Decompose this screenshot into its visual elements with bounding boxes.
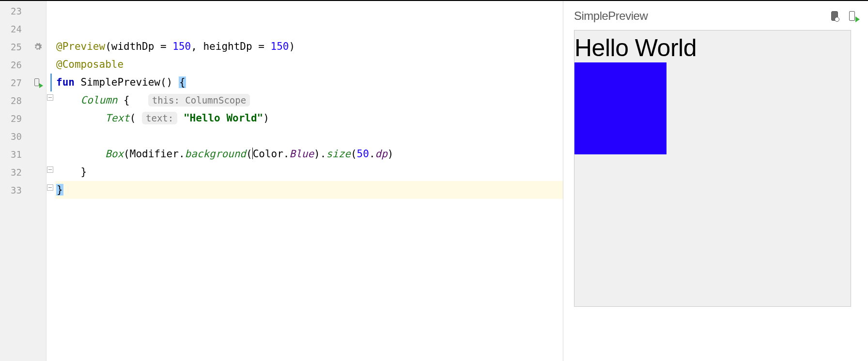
- preview-header: SimplePreview: [574, 8, 857, 24]
- run-preview-icon[interactable]: [33, 78, 42, 87]
- fold-toggle-icon[interactable]: [47, 94, 53, 101]
- line-number[interactable]: 27: [0, 74, 46, 91]
- gear-icon[interactable]: [33, 43, 42, 51]
- line-number[interactable]: 29: [0, 109, 46, 127]
- line-number[interactable]: 30: [0, 127, 46, 145]
- line-number[interactable]: 31: [0, 145, 46, 163]
- preview-surface[interactable]: Hello World: [574, 30, 851, 307]
- line-number[interactable]: 32: [0, 163, 46, 181]
- preview-text: Hello World: [574, 30, 697, 62]
- code-area[interactable]: @Preview(widthDp = 150, heightDp = 150) …: [55, 1, 563, 361]
- preview-title: SimplePreview: [574, 9, 829, 23]
- ide-root: 23 24 25 26 27 28 29 30 31 32 33: [0, 0, 868, 361]
- line-number[interactable]: 23: [0, 2, 46, 20]
- gutter: 23 24 25 26 27 28 29 30 31 32 33: [0, 1, 46, 361]
- line-number[interactable]: 26: [0, 56, 46, 74]
- fold-toggle-icon[interactable]: [47, 184, 53, 191]
- line-number[interactable]: 33: [0, 181, 46, 199]
- preview-box: [574, 62, 666, 154]
- fold-strip: [46, 1, 55, 361]
- inline-hint: this: ColumnScope: [148, 94, 250, 106]
- inline-hint: text:: [142, 112, 177, 124]
- interactive-preview-icon[interactable]: [829, 11, 840, 21]
- line-number[interactable]: 28: [0, 91, 46, 109]
- line-number[interactable]: 25: [0, 38, 46, 56]
- fold-toggle-icon[interactable]: [47, 166, 53, 173]
- deploy-preview-icon[interactable]: [847, 11, 857, 21]
- code-editor[interactable]: 23 24 25 26 27 28 29 30 31 32 33: [0, 1, 563, 361]
- preview-pane: SimplePreview Hello World: [563, 1, 868, 361]
- line-number[interactable]: 24: [0, 20, 46, 38]
